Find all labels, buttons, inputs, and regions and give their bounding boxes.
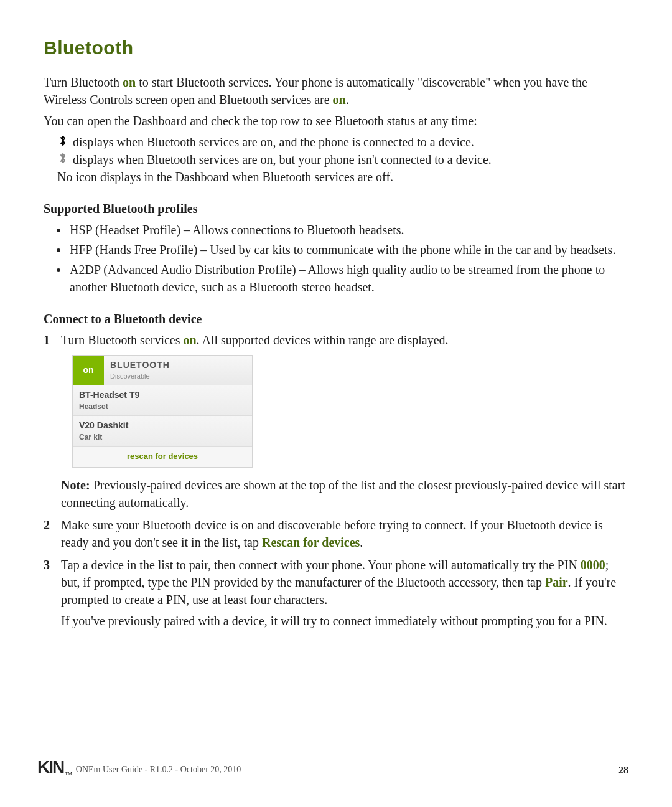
bluetooth-screenshot: on BLUETOOTH Discoverable BT-Headset T9 … — [72, 355, 253, 468]
connect-steps: Turn Bluetooth services on. All supporte… — [44, 331, 628, 630]
bluetooth-unconnected-icon — [57, 151, 68, 168]
profiles-heading: Supported Bluetooth profiles — [44, 202, 628, 216]
status-block: displays when Bluetooth services are on,… — [57, 133, 628, 186]
pair-keyword: Pair — [545, 575, 568, 589]
step-1-note: Note: Previously-paired devices are show… — [61, 476, 628, 511]
intro-paragraph-1: Turn Bluetooth on to start Bluetooth ser… — [44, 73, 628, 108]
rescan-keyword: Rescan for devices — [262, 536, 360, 549]
bluetooth-discoverable-label: Discoverable — [110, 372, 247, 381]
bluetooth-on-toggle: on — [73, 356, 104, 385]
on-keyword: on — [123, 75, 136, 89]
kin-logo: KINTM — [37, 758, 71, 776]
page-number: 28 — [618, 765, 628, 776]
device-row: V20 Dashkit Car kit — [73, 416, 252, 446]
page-title: Bluetooth — [44, 37, 628, 59]
doc-info: ONEm User Guide - R1.0.2 - October 20, 2… — [76, 765, 241, 776]
device-row: BT-Headset T9 Headset — [73, 385, 252, 416]
list-item: HFP (Hands Free Profile) – Used by car k… — [68, 241, 628, 258]
intro-paragraph-2: You can open the Dashboard and check the… — [44, 112, 628, 130]
bluetooth-connected-icon — [57, 133, 68, 151]
step-3: Tap a device in the list to pair, then c… — [44, 556, 628, 630]
pin-keyword: 0000 — [581, 558, 605, 572]
rescan-button: rescan for devices — [73, 447, 252, 467]
connect-heading: Connect to a Bluetooth device — [44, 312, 628, 326]
list-item: HSP (Headset Profile) – Allows connectio… — [68, 221, 628, 238]
page-footer: KINTM ONEm User Guide - R1.0.2 - October… — [37, 758, 628, 776]
on-keyword: on — [183, 333, 196, 347]
step-1: Turn Bluetooth services on. All supporte… — [44, 331, 628, 511]
bluetooth-panel-title: BLUETOOTH — [110, 359, 247, 372]
step-2: Make sure your Bluetooth device is on an… — [44, 516, 628, 551]
on-keyword: on — [333, 93, 346, 106]
profiles-list: HSP (Headset Profile) – Allows connectio… — [44, 221, 628, 296]
list-item: A2DP (Advanced Audio Distribution Profil… — [68, 261, 628, 296]
